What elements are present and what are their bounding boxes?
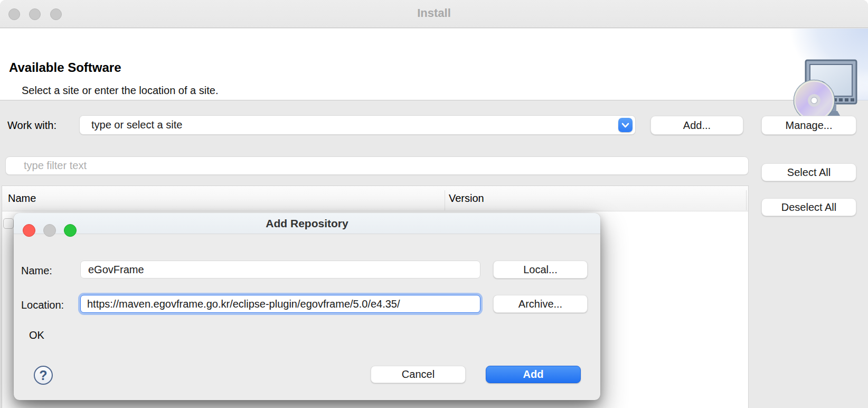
repository-location-input[interactable]: [80, 295, 480, 313]
add-repository-dialog: Add Repository Name: Local... Location: …: [14, 213, 600, 400]
column-header-version[interactable]: Version: [449, 192, 484, 205]
work-with-combo[interactable]: [79, 115, 636, 135]
add-site-button[interactable]: Add...: [650, 116, 743, 135]
column-divider: [746, 190, 747, 210]
table-header: Name Version: [2, 186, 748, 211]
install-window: Install Available Software Select a site…: [0, 0, 868, 408]
location-label: Location:: [21, 299, 64, 311]
repository-name-input[interactable]: [80, 261, 480, 279]
column-header-name[interactable]: Name: [8, 192, 36, 205]
table-row-checkbox[interactable]: [3, 218, 14, 229]
select-all-button[interactable]: Select All: [761, 163, 856, 181]
wizard-header: Available Software Select a site or ente…: [0, 29, 868, 100]
dialog-title: Add Repository: [14, 217, 600, 230]
install-software-icon: [782, 59, 862, 125]
filter-input[interactable]: [5, 156, 749, 175]
chevron-down-icon[interactable]: [618, 118, 633, 132]
page-subtitle: Select a site or enter the location of a…: [22, 85, 218, 97]
manage-button[interactable]: Manage...: [761, 116, 856, 135]
column-divider: [445, 190, 445, 210]
help-icon[interactable]: ?: [34, 366, 53, 385]
archive-button[interactable]: Archive...: [493, 295, 588, 313]
window-titlebar: Install: [0, 0, 868, 28]
deselect-all-button[interactable]: Deselect All: [761, 198, 856, 216]
page-title: Available Software: [9, 60, 121, 75]
add-button[interactable]: Add: [486, 366, 581, 383]
local-button[interactable]: Local...: [493, 261, 588, 279]
status-message: OK: [29, 329, 44, 341]
cancel-button[interactable]: Cancel: [371, 366, 466, 383]
question-mark-glyph: ?: [39, 368, 47, 383]
dialog-titlebar: Add Repository: [14, 213, 600, 234]
work-with-label: Work with:: [7, 119, 56, 132]
name-label: Name:: [21, 265, 52, 277]
window-title: Install: [0, 6, 868, 20]
